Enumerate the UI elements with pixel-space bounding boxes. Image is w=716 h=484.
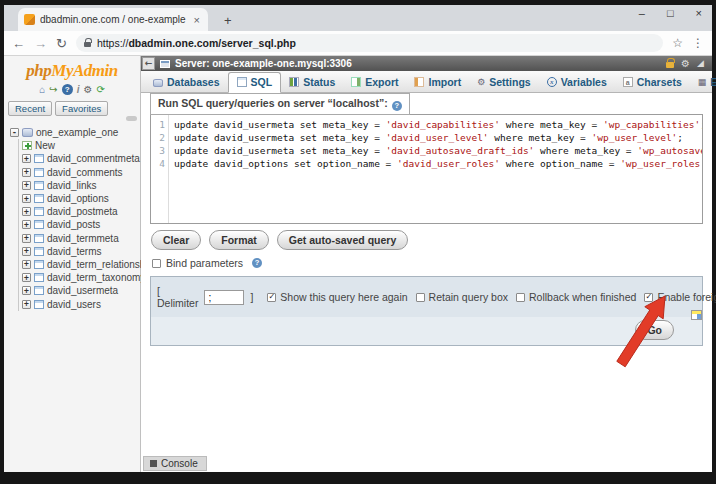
tab-variables[interactable]: xVariables [539,73,615,92]
maximize-icon[interactable]: □ [667,7,674,19]
tree-table-row[interactable]: +david_users [22,297,140,310]
bookmark-star-icon[interactable]: ☆ [672,36,683,50]
table-name: david_comments [47,167,123,178]
expand-expander-icon[interactable]: + [22,247,31,256]
tab-export[interactable]: Export [343,73,406,92]
expand-expander-icon[interactable]: + [22,273,31,282]
tree-table-row[interactable]: +david_postmeta [22,205,140,218]
browser-menu-icon[interactable]: ⋮ [692,36,704,50]
tab-status[interactable]: Status [281,73,343,92]
window-collapse-icon[interactable]: ◢ [697,59,704,68]
expand-expander-icon[interactable]: + [22,181,31,190]
go-button[interactable]: Go [635,320,674,340]
tree-table-row[interactable]: +david_term_relationships [22,258,140,271]
panel-tab-recent[interactable]: Recent [8,101,52,116]
get-auto-saved-query-button[interactable]: Get auto-saved query [277,230,408,250]
expand-expander-icon[interactable]: + [22,194,31,203]
settings-icon[interactable]: ⚙ [83,85,92,95]
sql-editor[interactable]: 1234 update david_usermeta set meta_key … [150,114,703,224]
expand-expander-icon[interactable]: + [22,286,31,295]
tree-table-row[interactable]: +david_posts [22,218,140,231]
browser-tab-title: dbadmin.one.com / one-example [40,14,187,25]
help-icon[interactable]: ? [252,258,262,268]
info-icon[interactable]: i [77,85,80,95]
tab-engines[interactable]: ▦Engines [690,73,716,92]
collapse-navigation-icon[interactable]: ← [142,57,155,70]
tab-label: Charsets [637,76,682,88]
table-name: david_term_taxonomy [47,272,145,283]
url-bar[interactable]: https://dbadmin.one.com/server_sql.php [76,34,663,52]
sql-line: update david_options set option_name = '… [174,157,702,170]
console-toggle[interactable]: Console [143,456,207,471]
tab-charsets[interactable]: aCharsets [615,73,690,92]
server-tabs: DatabasesSQLStatusExportImport⚙Settingsx… [141,71,712,93]
rollback-when-finished-checkbox[interactable] [516,293,525,302]
delimiter-input[interactable] [204,290,244,305]
forward-icon[interactable]: → [34,36,47,51]
help-icon[interactable]: ? [392,101,402,111]
tree-new-table[interactable]: New [22,139,140,152]
bind-parameters-label: Bind parameters [166,257,243,269]
query-window-icon[interactable] [691,310,702,320]
expand-expander-icon[interactable]: + [22,260,31,269]
back-icon[interactable]: ← [12,36,25,51]
show-this-query-here-again-checkbox[interactable]: ✓ [267,293,276,302]
close-icon[interactable]: × [696,7,702,19]
expand-expander-icon[interactable]: + [22,168,31,177]
tree-table-row[interactable]: +david_options [22,192,140,205]
expand-expander-icon[interactable]: + [22,154,31,163]
new-tab-button[interactable]: + [218,13,238,31]
tree-table-row[interactable]: +david_term_taxonomy [22,271,140,284]
tab-label: SQL [251,76,273,88]
phpmyadmin-logo[interactable]: phpMyAdmin [4,61,140,81]
database-icon [22,128,33,137]
tree-table-row[interactable]: +david_termmeta [22,232,140,245]
panel-tab-favorites[interactable]: Favorites [55,101,108,116]
tree-database-row[interactable]: -one_example_one [10,126,140,139]
tab-databases[interactable]: Databases [145,73,228,92]
export-icon [351,77,361,87]
tab-settings[interactable]: ⚙Settings [469,73,539,92]
tab-label: Settings [489,76,530,88]
variables-icon: x [547,77,557,87]
tree-table-row[interactable]: +david_commentmeta [22,152,140,165]
home-icon[interactable]: ⌂ [39,85,45,95]
browser-tab[interactable]: dbadmin.one.com / one-example × [18,8,208,31]
table-icon [34,247,44,256]
line-number: 3 [151,144,165,157]
tab-sql[interactable]: SQL [228,72,282,93]
sql-icon [237,77,247,87]
window-controls: – □ × [639,7,708,19]
logout-icon[interactable]: ↪ [49,85,57,95]
tree-table-row[interactable]: +david_comments [22,166,140,179]
query-options-row: [ Delimiter ] ✓Show this query here agai… [151,277,702,317]
query-fieldset-legend: Run SQL query/queries on server “localho… [150,93,410,115]
tab-close-icon[interactable]: × [192,14,202,26]
retain-query-box-checkbox[interactable] [416,293,425,302]
clear-button[interactable]: Clear [151,230,201,250]
minimize-icon[interactable]: – [639,7,645,19]
enable-foreign-key-checks-checkbox[interactable]: ✓ [644,293,653,302]
tree-table-row[interactable]: +david_links [22,179,140,192]
collapse-expander-icon[interactable]: - [10,128,19,137]
expand-expander-icon[interactable]: + [22,234,31,243]
sql-content: Run SQL query/queries on server “localho… [141,93,712,472]
tree-table-row[interactable]: +david_terms [22,245,140,258]
tree-children: New+david_commentmeta+david_comments+dav… [18,139,140,310]
expand-expander-icon[interactable]: + [22,220,31,229]
expand-expander-icon[interactable]: + [22,207,31,216]
expand-expander-icon[interactable]: + [22,300,31,309]
refresh-icon[interactable]: ⟳ [96,85,104,95]
bind-parameters-checkbox[interactable] [152,259,161,268]
server-bar: ← Server: one-example-one.mysql:3306 ⚙ ◢ [141,56,712,71]
tab-import[interactable]: Import [406,73,469,92]
query-option-label: Retain query box [429,291,508,303]
page-settings-gear-icon[interactable]: ⚙ [681,59,690,69]
table-name: david_postmeta [47,206,118,217]
format-button[interactable]: Format [209,230,269,250]
sql-code[interactable]: update david_usermeta set meta_key = 'da… [169,115,702,223]
panel-resize-handle[interactable] [126,116,137,121]
tree-table-row[interactable]: +david_usermeta [22,284,140,297]
docs-icon[interactable]: ? [62,84,73,95]
reload-icon[interactable]: ↻ [56,36,67,51]
